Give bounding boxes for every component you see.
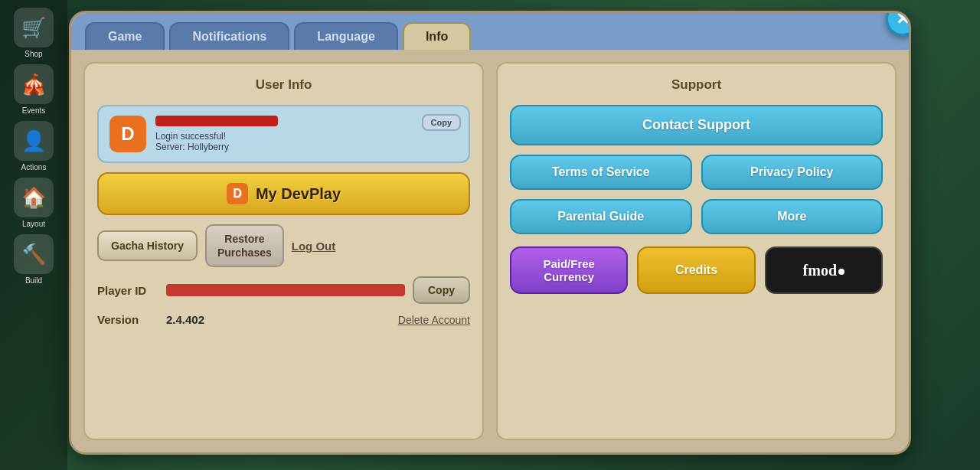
delete-account-button[interactable]: Delete Account	[398, 314, 470, 326]
user-id-copy-button[interactable]: Copy	[422, 114, 462, 131]
user-info-card: D Login successful! Server: Hollyberry C…	[97, 105, 470, 163]
sidebar-item-shop[interactable]: 🛒 Shop	[7, 8, 60, 58]
version-row: Version 2.4.402 Delete Account	[97, 313, 470, 326]
player-id-copy-button[interactable]: Copy	[413, 276, 470, 304]
login-status: Login successful!	[155, 131, 458, 142]
actions-icon: 👤	[14, 121, 54, 161]
privacy-policy-button[interactable]: Privacy Policy	[701, 155, 884, 190]
paid-free-currency-button[interactable]: Paid/Free Currency	[510, 246, 628, 294]
tab-game[interactable]: Game	[85, 22, 165, 50]
settings-modal: ✕ Game Notifications Language Info User …	[69, 11, 911, 455]
tab-info[interactable]: Info	[403, 22, 471, 50]
action-row: Gacha History Restore Purchases Log Out	[97, 224, 470, 267]
tab-notifications[interactable]: Notifications	[169, 22, 289, 50]
parental-guide-button[interactable]: Parental Guide	[510, 199, 692, 234]
support-panel: Support Contact Support Terms of Service…	[496, 62, 897, 440]
logout-button[interactable]: Log Out	[292, 240, 335, 253]
fmod-dot	[838, 269, 844, 275]
restore-purchases-button[interactable]: Restore Purchases	[205, 224, 284, 267]
sidebar-item-build[interactable]: 🔨 Build	[7, 234, 60, 285]
devplay-button-label: My DevPlay	[256, 185, 341, 203]
contact-support-button[interactable]: Contact Support	[510, 105, 883, 145]
redacted-username	[155, 116, 278, 126]
bottom-row: Paid/Free Currency Credits fmod	[510, 246, 883, 294]
restore-line1: Restore	[224, 233, 264, 245]
events-icon: 🎪	[14, 64, 54, 104]
tab-bar: Game Notifications Language Info	[71, 13, 909, 50]
devplay-icon: D	[227, 183, 248, 204]
more-button[interactable]: More	[701, 199, 884, 234]
server-text: Server: Hollyberry	[155, 142, 458, 152]
devplay-button[interactable]: D My DevPlay	[97, 172, 470, 215]
terms-of-service-button[interactable]: Terms of Service	[510, 155, 692, 190]
support-title: Support	[510, 77, 883, 93]
sidebar-item-events[interactable]: 🎪 Events	[7, 64, 60, 115]
parental-more-row: Parental Guide More	[510, 199, 883, 234]
fmod-logo: fmod	[803, 262, 844, 279]
layout-icon: 🏠	[14, 178, 54, 217]
credits-button[interactable]: Credits	[637, 246, 755, 294]
sidebar-build-label: Build	[25, 276, 42, 285]
player-id-label: Player ID	[97, 284, 158, 297]
version-label: Version	[97, 313, 158, 326]
redacted-player-id	[166, 284, 405, 296]
tab-language[interactable]: Language	[294, 22, 398, 50]
sidebar-layout-label: Layout	[22, 220, 45, 228]
sidebar-actions-label: Actions	[21, 163, 47, 171]
fmod-button[interactable]: fmod	[765, 246, 883, 294]
sidebar-item-layout[interactable]: 🏠 Layout	[7, 178, 60, 228]
build-icon: 🔨	[14, 234, 54, 274]
sidebar-events-label: Events	[22, 106, 46, 115]
sidebar-item-actions[interactable]: 👤 Actions	[7, 121, 60, 171]
version-value: 2.4.402	[166, 313, 204, 326]
sidebar: 🛒 Shop 🎪 Events 👤 Actions 🏠 Layout 🔨 Bui…	[0, 0, 67, 470]
devplay-avatar-small: D	[109, 116, 146, 152]
gacha-history-button[interactable]: Gacha History	[97, 230, 198, 261]
user-info-title: User Info	[97, 77, 470, 93]
paid-line1: Paid/Free	[543, 257, 595, 270]
player-id-row: Player ID Copy	[97, 276, 470, 304]
shop-icon: 🛒	[14, 8, 54, 47]
modal-body: User Info D Login successful! Server: Ho…	[71, 50, 909, 452]
user-info-text: Login successful! Server: Hollyberry	[155, 116, 458, 152]
user-info-panel: User Info D Login successful! Server: Ho…	[83, 62, 484, 440]
restore-line2: Purchases	[217, 246, 272, 259]
paid-line2: Currency	[544, 270, 594, 283]
sidebar-shop-label: Shop	[24, 50, 42, 58]
terms-privacy-row: Terms of Service Privacy Policy	[510, 155, 883, 190]
